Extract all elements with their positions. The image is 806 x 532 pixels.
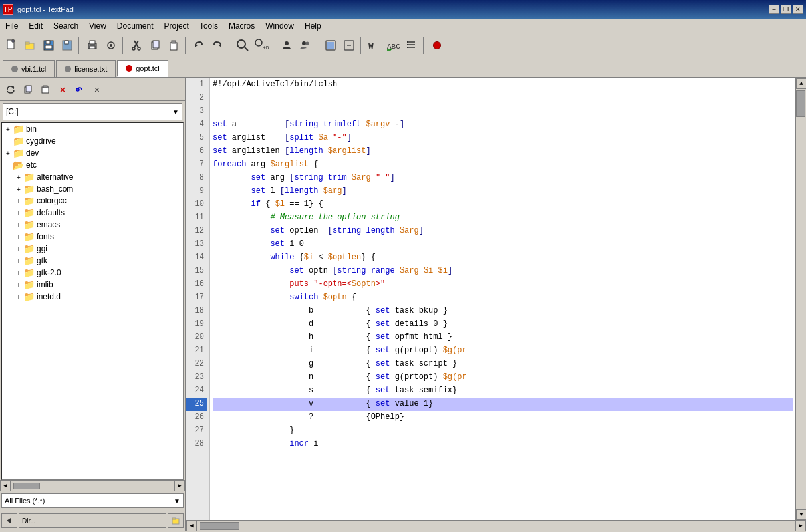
- sidebar-copy-button[interactable]: [20, 82, 36, 98]
- paste-button[interactable]: [165, 37, 182, 54]
- code-line-16[interactable]: puts "-optn=<$optn>": [213, 278, 793, 291]
- menu-item-search[interactable]: Search: [48, 20, 84, 32]
- code-line-4[interactable]: set a [string trimleft $argv -]: [213, 118, 793, 132]
- vertical-scrollbar[interactable]: ▲ ▼: [795, 78, 806, 520]
- findreplace-button[interactable]: +D: [253, 37, 270, 54]
- menu-item-macros[interactable]: Macros: [223, 20, 260, 32]
- file-tree[interactable]: + 📁 bin 📁 cygdrive + 📁 dev - 📂 etc + 📁 a…: [1, 122, 184, 480]
- tree-item-etc[interactable]: - 📂 etc: [2, 159, 183, 171]
- vscroll-thumb[interactable]: [796, 90, 805, 117]
- tree-hscrollbar[interactable]: ◀ ▶: [0, 480, 185, 491]
- menu-item-window[interactable]: Window: [260, 20, 299, 32]
- menu-item-view[interactable]: View: [84, 20, 112, 32]
- hscroll-right-button[interactable]: ▶: [795, 521, 806, 531]
- code-line-2[interactable]: [213, 92, 793, 105]
- code-line-14[interactable]: while {$i < $optlen} {: [213, 251, 793, 265]
- copy-button[interactable]: [146, 37, 164, 54]
- code-line-10[interactable]: if { $l == 1} {: [213, 198, 793, 211]
- code-line-27[interactable]: }: [213, 424, 793, 438]
- tree-toggle-inetd.d[interactable]: +: [14, 293, 23, 301]
- tree-item-ggi[interactable]: + 📁 ggi: [2, 243, 183, 255]
- code-line-1[interactable]: #!/opt/ActiveTcl/bin/tclsh: [213, 78, 793, 92]
- tree-toggle-defaults[interactable]: +: [14, 209, 23, 217]
- tree-toggle-gtk-2.0[interactable]: +: [14, 269, 23, 277]
- sidebar-link-button[interactable]: [72, 82, 88, 98]
- minimize-button[interactable]: –: [769, 5, 779, 14]
- code-line-26[interactable]: ? {OPhelp}: [213, 411, 793, 424]
- tree-item-emacs[interactable]: + 📁 emacs: [2, 219, 183, 231]
- tab-vbi[interactable]: vbi.1.tcl: [3, 60, 55, 77]
- code-line-15[interactable]: set optn [string range $arg $i $i]: [213, 265, 793, 278]
- tree-toggle-alternative[interactable]: +: [14, 174, 23, 181]
- tree-toggle-fonts[interactable]: +: [14, 233, 23, 241]
- cut-button[interactable]: [128, 37, 145, 54]
- record-button[interactable]: [428, 37, 446, 54]
- menu-item-file[interactable]: File: [0, 20, 23, 32]
- tree-toggle-bash_com[interactable]: +: [14, 186, 23, 193]
- list-button[interactable]: [403, 37, 420, 54]
- menu-item-project[interactable]: Project: [159, 20, 194, 32]
- sidebar-browse-button[interactable]: [168, 513, 184, 528]
- tree-item-cygdrive[interactable]: 📁 cygdrive: [2, 135, 183, 147]
- code-line-23[interactable]: n { set g(prtopt) $g(pr: [213, 371, 793, 384]
- tree-item-fonts[interactable]: + 📁 fonts: [2, 231, 183, 243]
- maximize-button[interactable]: ❐: [781, 5, 791, 14]
- code-line-7[interactable]: foreach arg $arglist {: [213, 158, 793, 172]
- tab-license[interactable]: license.txt: [56, 60, 116, 77]
- code-line-9[interactable]: set l [llength $arg]: [213, 185, 793, 198]
- user1-button[interactable]: [278, 37, 295, 54]
- print-preview-button[interactable]: [102, 37, 120, 54]
- sidebar-nav-back-button[interactable]: [1, 513, 17, 528]
- hscroll-track[interactable]: [197, 521, 795, 531]
- menu-item-help[interactable]: Help: [299, 20, 327, 32]
- code-line-5[interactable]: set arglist [split $a "-"]: [213, 132, 793, 145]
- hscroll-thumb[interactable]: [200, 522, 239, 530]
- code-content[interactable]: #!/opt/ActiveTcl/bin/tclsh set a [string…: [210, 78, 795, 520]
- sidebar-delete-button[interactable]: ✕: [55, 82, 70, 98]
- open-file-button[interactable]: [21, 37, 39, 54]
- vscroll-down-button[interactable]: ▼: [796, 509, 806, 520]
- tree-hscroll-left[interactable]: ◀: [0, 481, 11, 491]
- find-button[interactable]: [234, 37, 251, 54]
- saveas-button[interactable]: [59, 37, 76, 54]
- tree-toggle-bin[interactable]: +: [3, 126, 13, 133]
- code-line-24[interactable]: s { set task semifix}: [213, 384, 793, 398]
- tree-toggle-dev[interactable]: +: [3, 150, 13, 157]
- code-line-18[interactable]: b { set task bkup }: [213, 305, 793, 318]
- tree-toggle-imlib[interactable]: +: [14, 281, 23, 289]
- clip2-button[interactable]: [340, 37, 358, 54]
- tree-toggle-gtk[interactable]: +: [14, 257, 23, 265]
- code-line-6[interactable]: set arglistlen [llength $arglist]: [213, 145, 793, 158]
- code-line-28[interactable]: incr i: [213, 438, 793, 451]
- code-line-20[interactable]: h { set opfmt html }: [213, 331, 793, 344]
- tree-toggle-emacs[interactable]: +: [14, 221, 23, 229]
- hscroll-left-button[interactable]: ◀: [186, 521, 197, 531]
- menu-item-document[interactable]: Document: [112, 20, 159, 32]
- tree-item-defaults[interactable]: + 📁 defaults: [2, 207, 183, 219]
- tree-item-colorgcc[interactable]: + 📁 colorgcc: [2, 195, 183, 207]
- tree-item-imlib[interactable]: + 📁 imlib: [2, 279, 183, 291]
- tree-item-bash_com[interactable]: + 📁 bash_com: [2, 183, 183, 195]
- code-line-11[interactable]: # Measure the option string: [213, 211, 793, 225]
- tree-toggle-colorgcc[interactable]: +: [14, 198, 23, 205]
- menu-item-tools[interactable]: Tools: [194, 20, 223, 32]
- sidebar-paste-button[interactable]: [37, 82, 53, 98]
- code-line-12[interactable]: set optlen [string length $arg]: [213, 225, 793, 238]
- new-file-button[interactable]: [3, 37, 20, 54]
- tree-item-alternative[interactable]: + 📁 alternative: [2, 171, 183, 183]
- horizontal-scrollbar[interactable]: ◀ ▶: [186, 520, 806, 531]
- sidebar-refresh-button[interactable]: [3, 82, 19, 98]
- tree-item-inetd.d[interactable]: + 📁 inetd.d: [2, 291, 183, 303]
- menu-item-edit[interactable]: Edit: [23, 20, 48, 32]
- tree-item-bin[interactable]: + 📁 bin: [2, 123, 183, 135]
- clip1-button[interactable]: [322, 37, 339, 54]
- code-line-17[interactable]: switch $optn {: [213, 291, 793, 305]
- tree-item-gtk[interactable]: + 📁 gtk: [2, 255, 183, 267]
- code-line-25[interactable]: v { set value 1}: [213, 398, 793, 411]
- tab-gopt[interactable]: gopt.tcl: [117, 60, 168, 77]
- code-line-3[interactable]: [213, 105, 793, 118]
- sidebar-close-button[interactable]: ✕: [89, 82, 105, 98]
- tree-item-gtk-2.0[interactable]: + 📁 gtk-2.0: [2, 267, 183, 279]
- redo-button[interactable]: [209, 37, 226, 54]
- code-line-8[interactable]: set arg [string trim $arg " "]: [213, 172, 793, 185]
